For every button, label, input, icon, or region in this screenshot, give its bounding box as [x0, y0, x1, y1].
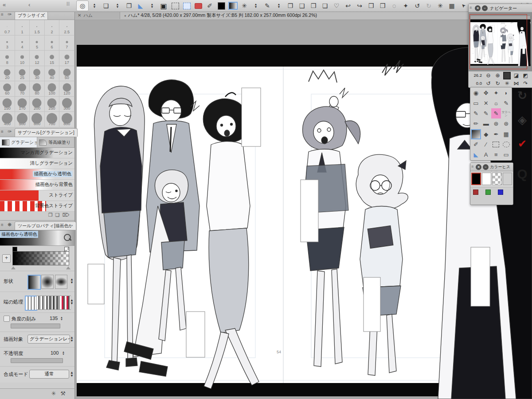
brush-size-20[interactable]: 20	[0, 66, 15, 82]
navigator-thumbnail[interactable]	[469, 12, 532, 71]
zoom-out-icon[interactable]: ⊖	[484, 71, 493, 79]
panel-menu-icon[interactable]: ≡	[469, 5, 472, 10]
rect-select-tool-icon[interactable]	[491, 139, 501, 150]
brush-size-120[interactable]: 120	[59, 81, 74, 97]
navigate-tool-icon[interactable]: ◉	[471, 88, 481, 98]
brush-size-600[interactable]: 600	[30, 112, 45, 127]
brush-size-15[interactable]: 15	[45, 51, 60, 66]
pen-tool-icon[interactable]: ✎	[471, 108, 481, 119]
shape-linear-option[interactable]	[27, 275, 41, 290]
folder-2-icon[interactable]: ❒	[365, 1, 377, 11]
main-color-chip[interactable]	[215, 1, 227, 11]
gradient-tool-icon[interactable]	[471, 129, 481, 139]
navigator-view-frame[interactable]	[469, 14, 527, 69]
back-icon[interactable]: ‹	[28, 1, 30, 8]
layer-stack-icon[interactable]: ◈	[513, 113, 532, 127]
pen-stepper[interactable]: ▲▼	[273, 1, 285, 11]
grid-icon[interactable]: ▦	[446, 1, 458, 11]
subtool-item[interactable]: 消しグラデーション	[0, 158, 74, 169]
brush-size-60[interactable]: 60	[0, 81, 15, 97]
target-dropdown[interactable]: グラデーションレイヤー	[27, 335, 70, 344]
brush-size-400[interactable]: 400	[0, 112, 15, 127]
subtool-item[interactable]: 背景色ストライプ	[0, 201, 74, 212]
brush-size-50[interactable]: 50	[59, 66, 74, 82]
subtool-item[interactable]: ストライプ	[0, 190, 74, 201]
brush-size-2[interactable]: 2	[45, 20, 60, 36]
blend-dropdown[interactable]: 通常	[29, 370, 69, 379]
subtool-item[interactable]: マンガ用グラデーション	[0, 148, 74, 158]
brush-size-25[interactable]: 25	[15, 66, 30, 82]
brush-size-150[interactable]: 150	[0, 97, 15, 112]
panel-menu-icon[interactable]: ≡	[471, 164, 473, 169]
swatch-black[interactable]	[471, 173, 481, 185]
brush-size-8[interactable]: 8	[0, 51, 15, 66]
close-tab-icon[interactable]: ✕	[78, 13, 81, 18]
clipboard-icon[interactable]: ❑	[296, 1, 308, 11]
brush-size-500[interactable]: 500	[15, 112, 30, 127]
ruler-tool-icon[interactable]: ◣	[471, 150, 481, 160]
brush-size-40[interactable]: 40	[45, 66, 60, 82]
brush-size-3[interactable]: 3	[0, 36, 15, 51]
copy-icon[interactable]: ❐	[285, 1, 296, 11]
brush-size-170[interactable]: 170	[15, 97, 30, 112]
brush-size-7[interactable]: 7	[59, 36, 74, 51]
angle-stepper[interactable]: ▲▼	[60, 316, 63, 321]
tone-tool-icon[interactable]: ▬	[481, 119, 491, 129]
ruler-stepper[interactable]: ▲▼	[146, 1, 158, 11]
frame-tool-icon[interactable]: ▦	[501, 129, 511, 139]
airbrush-tool-icon[interactable]: ☼	[491, 98, 501, 108]
brush-size-6[interactable]: 6	[45, 36, 60, 51]
line-tool-icon[interactable]: ∕	[481, 139, 491, 150]
gradient-chip[interactable]	[227, 1, 239, 11]
import-icon[interactable]: ↩	[342, 1, 354, 11]
minimize-icon[interactable]: −	[482, 5, 488, 11]
subtool-group-tab[interactable]: 等高線塗り	[37, 137, 74, 147]
check-icon[interactable]: ✔	[513, 138, 532, 150]
marquee-blue-icon[interactable]	[181, 1, 192, 11]
tab-subtool-gradient[interactable]: サブツール[グラデーション]	[15, 128, 78, 137]
eraser-tool-icon[interactable]: ▭	[471, 98, 481, 108]
brush-size-1.5[interactable]: 1.5	[30, 20, 45, 36]
lasso-icon[interactable]: ◌	[388, 1, 400, 11]
undo-icon[interactable]: ↺	[411, 1, 423, 11]
swatch-white[interactable]	[482, 173, 491, 185]
object-tool-icon[interactable]: ✦	[491, 88, 501, 98]
wand-icon[interactable]: ✦	[400, 1, 411, 11]
stream-line-tool-icon[interactable]: ≡	[491, 150, 501, 160]
marquee-icon[interactable]	[169, 1, 181, 11]
highlight-pen-tool-icon[interactable]: ✎	[491, 108, 501, 119]
brush-size-4[interactable]: 4	[15, 36, 30, 51]
fit-to-screen-icon[interactable]	[502, 71, 512, 79]
brush-size-200[interactable]: 200	[30, 97, 45, 112]
flip-vertical-icon[interactable]: ↷	[521, 79, 530, 87]
collapse-dock-icon[interactable]: «	[3, 1, 6, 8]
heart-icon[interactable]: ♡	[331, 1, 342, 11]
reset-rotation-icon[interactable]: ✳	[502, 79, 512, 87]
pattern-brush-icon[interactable]: ⊛	[491, 119, 501, 129]
trash-icon[interactable]: ⌦	[62, 212, 72, 217]
operation-tool-icon[interactable]: ◎	[76, 0, 89, 11]
single-page-icon[interactable]: ❏	[100, 1, 112, 11]
eraser-soft-tool-icon[interactable]: ▭	[501, 150, 511, 160]
brush-size-5[interactable]: 5	[30, 36, 45, 51]
swatch-empty[interactable]	[503, 173, 512, 185]
add-gradient-node-button[interactable]: +	[2, 254, 11, 263]
brush-size-0.7[interactable]: 0.7	[0, 20, 15, 36]
pattern-brush-2-icon[interactable]: ⊛	[501, 119, 511, 129]
brush-size-100[interactable]: 100	[45, 81, 60, 97]
gradient-node-end[interactable]	[64, 247, 69, 252]
text-tool-icon[interactable]: A	[481, 150, 491, 160]
spread-view-icon[interactable]: ❐	[123, 1, 135, 11]
transform-stepper[interactable]: ▲▼	[250, 1, 262, 11]
angle-slider[interactable]	[11, 324, 60, 328]
brush-size-800[interactable]: 800	[59, 112, 74, 127]
tab-brush-size[interactable]: ブラシサイズ	[15, 11, 48, 20]
brush-size-250[interactable]: 250	[45, 97, 60, 112]
folder-icon[interactable]: ❒	[308, 1, 319, 11]
shape-ellipse-option[interactable]	[55, 275, 67, 289]
redo-icon[interactable]: ↻	[423, 1, 434, 11]
brush-size-17[interactable]: 17	[59, 51, 74, 66]
brush-size-80[interactable]: 80	[30, 81, 45, 97]
quick-zoom-icon[interactable]: Q	[513, 166, 532, 182]
subtool-group-tab[interactable]: グラデーション	[0, 137, 37, 147]
